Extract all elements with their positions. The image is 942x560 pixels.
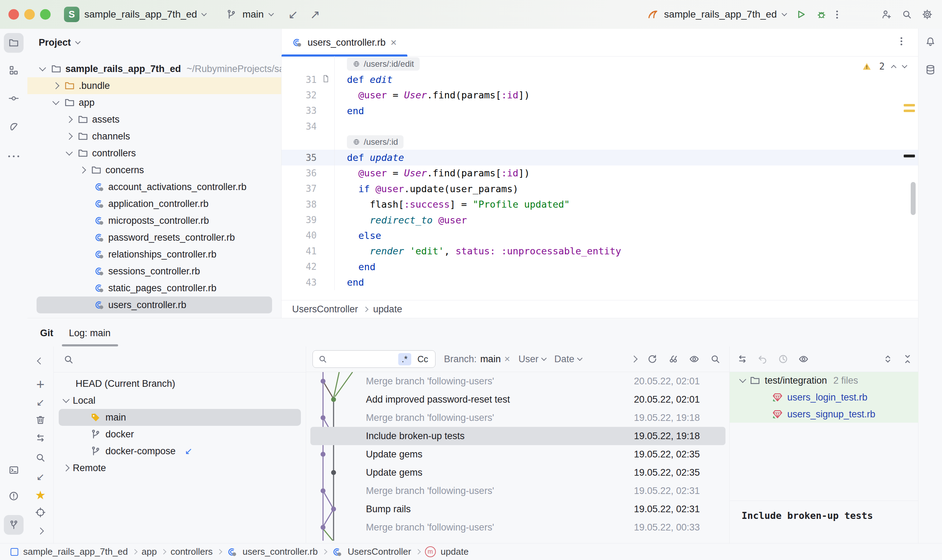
line-number[interactable]: 38 bbox=[306, 199, 317, 210]
code-line[interactable]: 32 @user = User.find(params[:id]) bbox=[282, 88, 919, 103]
code-line[interactable]: 37 if @user.update(user_params) bbox=[282, 181, 919, 196]
branch-group-remote[interactable]: Remote bbox=[54, 460, 306, 476]
code-with-me-icon[interactable] bbox=[881, 9, 892, 20]
log-search-input[interactable] bbox=[330, 354, 395, 365]
new-branch-icon[interactable]: + bbox=[36, 377, 44, 392]
tree-row-assets[interactable]: assets bbox=[28, 111, 281, 128]
commit-tool-button[interactable] bbox=[8, 93, 19, 104]
minimize-window-button[interactable] bbox=[24, 9, 35, 20]
line-number[interactable]: 33 bbox=[306, 105, 317, 116]
clipboard-marker-icon[interactable] bbox=[321, 74, 330, 85]
tree-row-file[interactable]: microposts_controller.rb bbox=[28, 212, 281, 229]
statusbar-crumb-project[interactable]: sample_rails_app_7th_ed bbox=[23, 546, 128, 557]
code-line[interactable]: 40 else bbox=[282, 228, 919, 243]
previous-warning-icon[interactable] bbox=[891, 65, 897, 70]
code-line[interactable]: 38 flash[:success] = "Profile updated" bbox=[282, 197, 919, 212]
project-widget[interactable]: S sample_rails_app_7th_ed bbox=[64, 7, 206, 22]
code-line-current[interactable]: 35 def update bbox=[282, 150, 919, 165]
database-tool-button[interactable] bbox=[925, 64, 936, 78]
code-line[interactable]: 43 end bbox=[282, 274, 919, 290]
run-button[interactable] bbox=[796, 9, 807, 20]
vcs-widget[interactable]: main bbox=[226, 9, 273, 20]
focus-commit-icon[interactable] bbox=[35, 507, 46, 521]
show-diff-icon[interactable] bbox=[737, 354, 748, 365]
line-number[interactable]: 41 bbox=[306, 246, 317, 257]
code-line[interactable]: 33 end bbox=[282, 103, 919, 118]
notifications-button[interactable] bbox=[925, 36, 936, 50]
project-tool-button[interactable] bbox=[8, 37, 19, 48]
editor-scrollbar[interactable] bbox=[911, 182, 916, 215]
user-filter[interactable]: User bbox=[518, 354, 546, 365]
code-line[interactable]: 36 @user = User.find(params[:id]) bbox=[282, 165, 919, 181]
expand-panel-icon[interactable] bbox=[38, 525, 43, 536]
close-window-button[interactable] bbox=[8, 9, 19, 20]
tree-row-bundle[interactable]: .bundle bbox=[28, 77, 281, 94]
branch-row-head[interactable]: HEAD (Current Branch) bbox=[54, 375, 306, 392]
tree-row-root[interactable]: sample_rails_app_7th_ed ~/RubymineProjec… bbox=[28, 60, 281, 77]
more-filters-chevron-icon[interactable] bbox=[631, 355, 638, 363]
preview-eye-icon[interactable] bbox=[798, 354, 809, 365]
breadcrumb-method[interactable]: update bbox=[373, 304, 402, 315]
history-clock-icon[interactable] bbox=[777, 354, 789, 365]
code-line[interactable]: 42 end bbox=[282, 259, 919, 274]
run-configuration-widget[interactable]: sample_rails_app_7th_ed bbox=[647, 9, 786, 20]
line-number[interactable]: 39 bbox=[306, 215, 317, 225]
project-view-dropdown[interactable]: Project bbox=[39, 37, 80, 48]
changed-folder-row[interactable]: test/integration 2 files bbox=[730, 372, 919, 389]
eye-icon[interactable] bbox=[689, 354, 700, 365]
update-project-icon[interactable]: ↙ bbox=[288, 8, 298, 20]
inspections-widget[interactable]: 2 bbox=[862, 61, 907, 72]
checkout-arrow-icon[interactable]: ↙ bbox=[36, 397, 44, 408]
line-number[interactable]: 36 bbox=[306, 168, 317, 178]
date-filter[interactable]: Date bbox=[554, 354, 582, 365]
tree-row-app[interactable]: app bbox=[28, 94, 281, 111]
route-chip-show[interactable]: /users/:id bbox=[347, 135, 404, 149]
route-chip-edit[interactable]: /users/:id/edit bbox=[347, 57, 420, 71]
expand-all-icon[interactable] bbox=[882, 354, 894, 365]
log-search-field[interactable]: .* Cc bbox=[313, 350, 435, 368]
tree-row-file[interactable]: relationships_controller.rb bbox=[28, 246, 281, 263]
code-line[interactable]: 39 redirect_to @user bbox=[282, 212, 919, 228]
commit-row[interactable]: Merge branch 'following-users'19.05.22, … bbox=[306, 409, 730, 427]
search-everywhere-icon[interactable] bbox=[901, 9, 913, 20]
tree-row-file[interactable]: application_controller.rb bbox=[28, 195, 281, 212]
cherry-pick-icon[interactable] bbox=[668, 354, 679, 365]
more-tool-windows-button[interactable] bbox=[7, 155, 21, 157]
commit-row[interactable]: Merge branch 'following-users'19.05.22, … bbox=[306, 518, 730, 537]
warning-stripe-mark[interactable] bbox=[904, 109, 915, 112]
terminal-tool-button[interactable] bbox=[8, 465, 19, 476]
commit-row[interactable]: Add improved password-reset test20.05.22… bbox=[306, 390, 730, 409]
statusbar-crumb-controllers[interactable]: controllers bbox=[171, 546, 213, 557]
git-tool-button[interactable] bbox=[8, 519, 19, 531]
branch-group-local[interactable]: Local bbox=[54, 392, 306, 409]
compare-branches-icon[interactable] bbox=[35, 432, 46, 446]
line-number[interactable]: 43 bbox=[306, 277, 317, 288]
line-number[interactable]: 35 bbox=[306, 152, 317, 163]
favorites-star-icon[interactable]: ★ bbox=[35, 489, 46, 502]
tree-row-controllers[interactable]: controllers bbox=[28, 145, 281, 162]
tree-row-users-controller-selected[interactable]: users_controller.rb bbox=[37, 297, 272, 313]
branch-row-main-selected[interactable]: main bbox=[59, 409, 301, 426]
caret-stripe-mark[interactable] bbox=[904, 155, 915, 157]
line-number[interactable]: 32 bbox=[306, 90, 317, 100]
tree-row-file[interactable]: static_pages_controller.rb bbox=[28, 280, 281, 297]
branch-filter[interactable]: Branch: main × bbox=[444, 354, 510, 365]
statusbar-crumb-file[interactable]: users_controller.rb bbox=[242, 546, 318, 557]
refresh-icon[interactable] bbox=[646, 354, 658, 365]
commit-row-selected[interactable]: Include broken-up tests19.05.22, 19:18 bbox=[310, 427, 726, 445]
code-line[interactable]: 31 def edit bbox=[282, 72, 919, 87]
next-warning-icon[interactable] bbox=[902, 63, 908, 68]
push-commits-icon[interactable]: ↗ bbox=[310, 8, 320, 20]
tree-row-file[interactable]: account_activations_controller.rb bbox=[28, 178, 281, 195]
tab-users-controller[interactable]: users_controller.rb × bbox=[282, 29, 407, 56]
regex-toggle[interactable]: .* bbox=[398, 353, 411, 365]
collapse-all-icon[interactable] bbox=[902, 354, 913, 365]
debug-button[interactable] bbox=[816, 9, 827, 20]
line-number[interactable]: 34 bbox=[306, 121, 317, 132]
more-actions-icon[interactable] bbox=[836, 9, 838, 20]
tree-row-file[interactable]: password_resets_controller.rb bbox=[28, 229, 281, 246]
zoom-window-button[interactable] bbox=[40, 9, 51, 20]
branch-row-docker-compose[interactable]: docker-compose ↙ bbox=[54, 443, 306, 460]
changed-file-row[interactable]: users_login_test.rb bbox=[730, 389, 919, 406]
commit-row[interactable]: Merge branch 'following-users'19.05.22, … bbox=[306, 482, 730, 500]
